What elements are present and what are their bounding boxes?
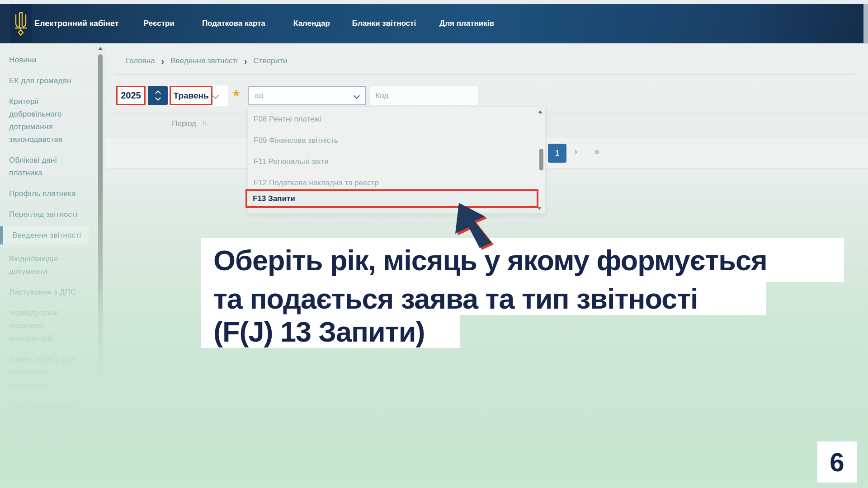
chevron-right-icon: › [244, 57, 247, 65]
tryzub-icon [13, 11, 28, 36]
breadcrumb-divider [115, 74, 854, 75]
sidebar-item-correspondence[interactable]: Листування з ДПС [9, 286, 89, 299]
sidebar: Новини ЕК для громадян Критерії добровіл… [0, 44, 105, 488]
chevron-right-icon: › [161, 57, 165, 65]
sidebar-item-payer-profile[interactable]: Профіль платника [9, 188, 89, 200]
sort-icon[interactable]: ↑↓ [202, 119, 206, 127]
annotation-arrow-icon [451, 199, 495, 251]
topnav-item-calendar[interactable]: Календар [293, 19, 330, 28]
scroll-up-icon[interactable] [538, 110, 542, 113]
sidebar-item-view-reporting[interactable]: Перегляд звітності [9, 208, 89, 221]
breadcrumb-create: Створити [254, 56, 288, 66]
topnav-item-for-payers[interactable]: Для платників [439, 19, 494, 28]
annotation-line-1: Оберіть рік, місяць у якому формується [201, 238, 844, 282]
month-value[interactable]: Травень [170, 86, 212, 105]
pagination-next-icon[interactable]: › [574, 146, 577, 158]
tryzub-logo[interactable] [10, 4, 32, 43]
top-edge-strip [0, 0, 868, 4]
sidebar-item-applications-requests[interactable]: Заяви, запити для отримання інформації [9, 353, 89, 391]
sidebar-item-single-account[interactable]: Єдиний рахунок [9, 432, 89, 445]
annotation-line-3: (F(J) 13 Запити) [201, 315, 460, 348]
dropdown-option-f11[interactable]: F11 Регіональні звіти [248, 151, 545, 172]
sidebar-scrollbar[interactable] [98, 54, 103, 375]
pagination-last-icon[interactable]: » [594, 146, 599, 158]
browser-scrollbar[interactable] [863, 4, 868, 43]
topnav-item-tax-map[interactable]: Податкова карта [202, 19, 265, 28]
topnav-item-registries[interactable]: Реєстри [144, 19, 175, 28]
favorites-star-icon[interactable]: ★ [231, 87, 241, 99]
screenshot-stage: Електронний кабінет Реєстри Податкова ка… [0, 0, 868, 488]
year-stepper[interactable] [148, 86, 168, 105]
sidebar-item-tax-consultations[interactable]: Індивідуальні податкові консультації [9, 307, 89, 345]
report-type-select[interactable]: всі [248, 86, 366, 105]
sidebar-item-budget-settlements[interactable]: Стан розрахунків з бюджетом [9, 399, 89, 424]
breadcrumb: Головна › Введення звітності › Створити [126, 56, 287, 66]
chevron-down-icon [354, 93, 360, 99]
pagination-page-1[interactable]: 1 [548, 144, 566, 163]
topnav-item-report-forms[interactable]: Бланки звітності [352, 19, 416, 28]
sidebar-item-in-out-documents[interactable]: Вхідні/вихідні документи [9, 253, 89, 278]
dropdown-scrollbar[interactable] [539, 149, 543, 170]
sidebar-item-compliance-criteria[interactable]: Критерії добровільного дотримання законо… [9, 95, 89, 146]
breadcrumb-home[interactable]: Головна [126, 56, 155, 66]
sidebar-item-software-rro[interactable]: Програмний РРО [9, 453, 89, 466]
code-placeholder: Код [375, 91, 388, 100]
dropdown-option-f09[interactable]: F09 Фінансова звітність [248, 130, 545, 151]
sidebar-scroll-up-icon[interactable] [98, 47, 103, 50]
app-title[interactable]: Електронний кабінет [34, 19, 119, 28]
sidebar-item-enter-reporting[interactable]: Введення звітності [0, 226, 89, 244]
period-column-header: Період [172, 119, 196, 128]
code-input[interactable]: Код [370, 86, 478, 105]
topnav-items: Електронний кабінет Реєстри Податкова ка… [34, 4, 494, 43]
dropdown-option-f08[interactable]: F08 Рентні платежі [248, 108, 545, 130]
slide-page-number: 6 [817, 441, 857, 483]
year-input[interactable]: 2025 [116, 86, 146, 105]
breadcrumb-enter-reporting[interactable]: Введення звітності [170, 56, 238, 66]
sidebar-item-rro[interactable]: РРО [9, 474, 89, 487]
annotation-line-2: та подається заява та тип звітності [201, 282, 766, 315]
sidebar-item-news[interactable]: Новини [9, 54, 89, 66]
top-navigation-bar: Електронний кабінет Реєстри Податкова ка… [0, 4, 868, 44]
sidebar-item-ek-citizens[interactable]: ЕК для громадян [9, 75, 89, 87]
report-type-value: всі [255, 92, 264, 99]
chevron-down-icon[interactable] [155, 95, 161, 101]
sidebar-item-payer-data[interactable]: Облікові дані платника [9, 154, 89, 179]
